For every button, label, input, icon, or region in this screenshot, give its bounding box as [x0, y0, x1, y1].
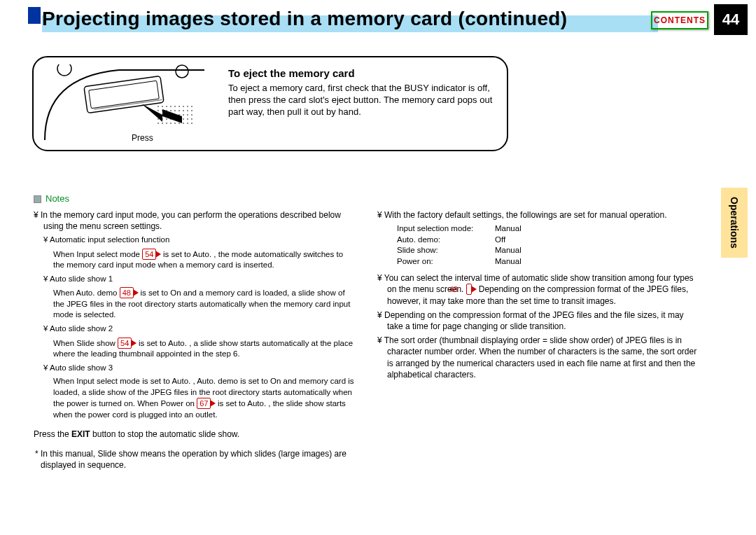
page-ref-48b[interactable]: 48 — [466, 284, 472, 295]
svg-point-46 — [183, 123, 184, 124]
svg-point-28 — [183, 114, 184, 116]
svg-point-16 — [170, 110, 172, 111]
default-settings-table: Input selection mode:Manual Auto. demo:O… — [397, 223, 700, 267]
note-b-b1: When Auto. demo — [53, 289, 120, 297]
svg-point-4 — [158, 106, 159, 107]
svg-point-5 — [162, 106, 163, 107]
notes-right-column: ¥ With the factory default settings, the… — [377, 209, 700, 480]
note-c-title: ¥ Auto slide show 2 — [43, 324, 356, 335]
press-arrow-icon — [141, 104, 182, 123]
note-r4: ¥ The sort order (thumbnail displaying o… — [377, 335, 700, 380]
setting-row: Power on:Manual — [397, 256, 700, 268]
svg-point-7 — [170, 106, 172, 107]
page-number: 44 — [714, 4, 748, 35]
eject-card-callout: Press To eject the memory card To eject … — [32, 56, 508, 151]
section-tab-operations[interactable]: Operations — [721, 188, 748, 258]
setting-key: Power on: — [397, 256, 495, 268]
page-ref-54a[interactable]: 54 — [142, 249, 156, 260]
page-ref-67[interactable]: 67 — [197, 398, 211, 409]
page-ref-48a[interactable]: 48 — [120, 287, 134, 298]
svg-point-38 — [187, 118, 188, 120]
notes-heading-text: Notes — [46, 193, 69, 204]
svg-point-45 — [178, 123, 180, 124]
svg-point-39 — [191, 118, 192, 120]
svg-point-40 — [158, 123, 159, 124]
note-d-body: When Input select mode is set to Auto. ,… — [53, 376, 356, 420]
note-a-title: ¥ Automatic input selection function — [43, 235, 356, 246]
svg-point-20 — [187, 110, 188, 111]
eject-card-illustration — [43, 64, 206, 143]
note-a-b1: When Input select mode — [53, 250, 142, 258]
page-title-band: Projecting images stored in a memory car… — [42, 10, 658, 35]
note-r2: ¥ You can select the interval time of au… — [377, 272, 700, 307]
svg-point-19 — [183, 110, 184, 111]
press-label: Press — [132, 133, 153, 143]
notes-section: Notes ¥ In the memory card input mode, y… — [34, 193, 700, 480]
svg-point-6 — [166, 106, 167, 107]
note-c-body: When Slide show 54 is set to Auto. , a s… — [53, 338, 356, 360]
svg-point-41 — [162, 123, 163, 124]
setting-val: Manual — [495, 256, 522, 268]
setting-val: Manual — [495, 223, 522, 235]
svg-point-21 — [191, 110, 192, 111]
svg-point-42 — [166, 123, 167, 124]
svg-point-8 — [174, 106, 176, 107]
note-l1: ¥ In the memory card input mode, you can… — [34, 209, 356, 232]
svg-point-10 — [183, 106, 184, 107]
svg-point-13 — [158, 110, 159, 111]
svg-point-9 — [178, 106, 180, 107]
note-r3: ¥ Depending on the compression format of… — [377, 310, 700, 332]
section-tab-label: Operations — [729, 197, 740, 249]
svg-point-18 — [178, 110, 180, 111]
setting-val: Manual — [495, 245, 522, 256]
page-title: Projecting images stored in a memory car… — [42, 8, 658, 30]
svg-point-31 — [158, 118, 159, 120]
callout-body: To eject a memory card, first check that… — [228, 83, 494, 118]
contents-button[interactable]: CONTENTS — [651, 11, 708, 29]
svg-point-43 — [170, 123, 172, 124]
setting-val: Off — [495, 235, 505, 246]
setting-row: Auto. demo:Off — [397, 235, 700, 246]
setting-row: Input selection mode:Manual — [397, 223, 700, 235]
svg-point-44 — [174, 123, 176, 124]
svg-point-47 — [187, 123, 188, 124]
manual-page: Projecting images stored in a memory car… — [0, 0, 756, 535]
svg-point-17 — [174, 110, 176, 111]
setting-key: Slide show: — [397, 245, 495, 256]
eject-card-svg — [43, 64, 206, 143]
setting-row: Slide show:Manual — [397, 245, 700, 256]
exit-note: Press the EXIT button to stop the automa… — [34, 429, 356, 440]
setting-key: Input selection mode: — [397, 223, 495, 235]
page-ref-54b[interactable]: 54 — [118, 338, 132, 349]
note-r1: ¥ With the factory default settings, the… — [377, 209, 700, 221]
svg-point-37 — [183, 118, 184, 120]
note-b-body: When Auto. demo 48 is set to On and a me… — [53, 287, 356, 321]
note-d-title: ¥ Auto slide show 3 — [43, 363, 356, 374]
svg-point-12 — [191, 106, 192, 107]
exit-button-label: EXIT — [71, 429, 90, 439]
note-b-title: ¥ Auto slide show 1 — [43, 274, 356, 285]
header-accent — [28, 7, 41, 24]
svg-point-49 — [57, 64, 71, 76]
setting-key: Auto. demo: — [397, 235, 495, 246]
svg-point-48 — [191, 123, 192, 124]
svg-point-30 — [191, 114, 192, 116]
notes-bullet-icon — [34, 195, 41, 203]
notes-left-column: ¥ In the memory card input mode, you can… — [34, 209, 356, 480]
asterisk-note: * In this manual, Slide show means the o… — [34, 448, 356, 471]
notes-heading: Notes — [34, 193, 700, 204]
svg-point-50 — [176, 65, 188, 78]
callout-title: To eject the memory card — [228, 67, 355, 79]
svg-point-11 — [187, 106, 188, 107]
note-c-b1: When Slide show — [53, 339, 118, 347]
note-a-body: When Input select mode 54 is set to Auto… — [53, 249, 356, 271]
svg-point-33 — [166, 118, 167, 120]
svg-point-29 — [187, 114, 188, 116]
